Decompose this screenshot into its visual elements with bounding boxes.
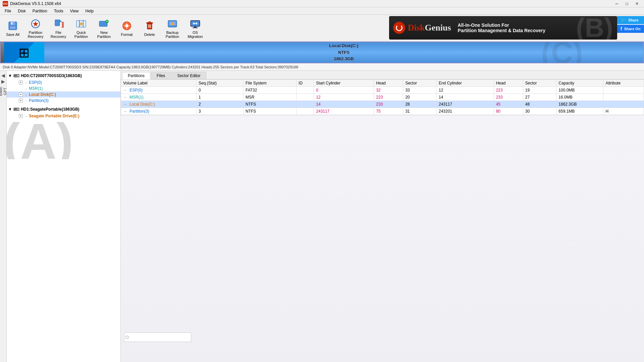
cell-capacity: 100.0MB xyxy=(556,87,603,94)
menu-file[interactable]: File xyxy=(1,8,14,14)
backup-partition-icon xyxy=(166,18,178,30)
close-button[interactable]: ✕ xyxy=(633,1,641,6)
sidebar-item-msr1[interactable]: + → MSR(1) xyxy=(7,85,120,92)
quick-partition-icon xyxy=(75,18,87,30)
sidebar: ▼ HD0:CT2000T700SSD3(1863GB) + → ESP(0) … xyxy=(7,71,121,362)
file-recovery-icon xyxy=(52,18,64,30)
os-migration-button[interactable]: OS Migration xyxy=(184,16,207,40)
table-row[interactable]: → MSR(1) 1 MSR 12 223 20 14 233 27 16.0M… xyxy=(121,94,644,101)
cell-id xyxy=(297,87,314,94)
partition-recovery-button[interactable]: PartitionRecovery xyxy=(24,16,47,40)
seagate-label: Seagate Portable Drive(E:) xyxy=(29,114,79,118)
save-all-button[interactable]: Save All xyxy=(1,16,24,40)
disk0-icon xyxy=(13,73,19,78)
cell-head2: 80 xyxy=(494,108,523,115)
partition3-expand[interactable]: + xyxy=(19,99,23,103)
menu-tools[interactable]: Tools xyxy=(51,8,67,14)
disk1-header[interactable]: ▼ HD1:SeagatePortable(1863GB) xyxy=(7,106,120,113)
facebook-share-button[interactable]: f Share On xyxy=(617,25,644,33)
menu-disk[interactable]: Disk xyxy=(14,8,29,14)
cell-seq: 1 xyxy=(196,94,243,101)
col-sector1: Sector xyxy=(403,80,437,87)
minimize-button[interactable]: ─ xyxy=(612,1,621,6)
cell-seq: 2 xyxy=(196,101,243,108)
format-button[interactable]: Format xyxy=(115,16,138,40)
svg-marker-6 xyxy=(60,20,62,22)
file-recovery-button[interactable]: FileRecovery xyxy=(47,16,70,40)
disk1-expand[interactable]: ▼ xyxy=(8,107,12,112)
new-partition-button[interactable]: + NewPartition xyxy=(93,16,115,40)
brand-banner: DiskGenius All-In-One Solution For Parti… xyxy=(389,16,617,40)
partition-table-container: Volume Label Seq.(Stat) File System ID S… xyxy=(121,79,644,115)
menu-bar: File Disk Partition Tools View Help xyxy=(0,7,644,15)
tab-files[interactable]: Files xyxy=(151,72,171,79)
svg-rect-27 xyxy=(194,26,197,27)
table-row[interactable]: → ESP(0) 0 FAT32 0 32 33 12 223 19 100.0… xyxy=(121,87,644,94)
nav-forward-arrow[interactable]: ▶ xyxy=(1,79,5,84)
disk1-icon xyxy=(13,107,19,112)
seagate-expand[interactable]: + xyxy=(19,114,23,118)
bottom-content-area xyxy=(121,115,644,362)
cell-sector1: 28 xyxy=(403,101,437,108)
disk0-label: HD0:CT2000T700SSD3(1863GB) xyxy=(21,73,82,78)
svg-point-30 xyxy=(17,75,19,76)
disk-left-indicator xyxy=(1,42,4,63)
localc-expand[interactable]: + xyxy=(19,93,23,97)
disk-info-bar: Disk 0 Adapter:NVMe Model:CT2000T700SSD3… xyxy=(0,63,644,71)
disk0-header[interactable]: ▼ HD0:CT2000T700SSD3(1863GB) xyxy=(7,72,120,79)
svg-rect-32 xyxy=(14,76,16,76)
nav-back-arrow[interactable]: ◀ xyxy=(1,73,5,78)
cell-sector2: 30 xyxy=(523,108,556,115)
sidebar-item-localc[interactable]: + → Local Disk(C:) xyxy=(7,92,120,98)
sidebar-item-esp0[interactable]: + → ESP(0) xyxy=(7,79,120,85)
cell-attribute xyxy=(603,101,644,108)
basic-label: Basic xyxy=(0,87,3,96)
delete-icon xyxy=(144,20,156,32)
table-row[interactable]: → Local Disk(C:) 2 NTFS 14 233 28 243117… xyxy=(121,101,644,108)
cell-end-cyl: 12 xyxy=(437,87,494,94)
col-filesystem: File System xyxy=(243,80,296,87)
quick-partition-button[interactable]: QuickPartition xyxy=(70,16,93,40)
cell-head1: 223 xyxy=(374,94,403,101)
cell-filesystem: NTFS xyxy=(243,101,296,108)
sidebar-item-seagate[interactable]: + → Seagate Portable Drive(E:) xyxy=(7,113,120,119)
disk-info-text: Disk 0 Adapter:NVMe Model:CT2000T700SSD3… xyxy=(3,65,298,69)
svg-rect-35 xyxy=(14,108,17,109)
twitter-share-button[interactable]: 🐦 Share xyxy=(617,16,644,24)
backup-partition-button[interactable]: BackupPartition xyxy=(161,16,184,40)
disk0-expand[interactable]: ▼ xyxy=(8,73,12,78)
cell-head1: 75 xyxy=(374,108,403,115)
cell-sector2: 27 xyxy=(523,94,556,101)
col-attribute: Attribute xyxy=(603,80,644,87)
col-seq: Seq.(Stat) xyxy=(196,80,243,87)
tab-partitions[interactable]: Partitions xyxy=(122,72,150,79)
menu-help[interactable]: Help xyxy=(82,8,97,14)
arrow-icon-localc: → xyxy=(24,93,28,97)
svg-point-15 xyxy=(125,24,128,27)
table-row[interactable]: → Partition(3) 3 NTFS 243117 75 31 24320… xyxy=(121,108,644,115)
cell-head1: 32 xyxy=(374,87,403,94)
delete-button[interactable]: Delete xyxy=(138,16,161,40)
arrow-icon-esp0: → xyxy=(24,81,28,84)
menu-partition[interactable]: Partition xyxy=(29,8,51,14)
toolbar: Save All PartitionRecovery FileRecovery xyxy=(0,15,644,42)
cell-head2: 45 xyxy=(494,101,523,108)
cell-start-cyl: 0 xyxy=(314,87,374,94)
title-bar: DG DiskGenius V5.5.1.1508 x64 ─ □ ✕ xyxy=(0,0,644,7)
tab-sector-editor[interactable]: Sector Editor xyxy=(171,72,206,79)
svg-rect-7 xyxy=(62,22,64,28)
brand-logo: DiskGenius xyxy=(408,23,451,33)
msr1-label: MSR(1) xyxy=(29,86,43,91)
cell-volume-label: → Local Disk(C:) xyxy=(121,101,197,108)
cell-head2: 233 xyxy=(494,94,523,101)
disk1-label: HD1:SeagatePortable(1863GB) xyxy=(21,107,79,112)
backup-partition-label: BackupPartition xyxy=(166,31,179,39)
cell-id xyxy=(297,108,314,115)
maximize-button[interactable]: □ xyxy=(623,1,631,6)
app-icon: DG xyxy=(3,1,8,6)
cell-filesystem: FAT32 xyxy=(243,87,296,94)
esp0-expand[interactable]: + xyxy=(19,80,23,84)
sidebar-item-partition3[interactable]: + → Partition(3) xyxy=(7,98,120,104)
menu-view[interactable]: View xyxy=(67,8,82,14)
table-body: → ESP(0) 0 FAT32 0 32 33 12 223 19 100.0… xyxy=(121,87,644,115)
